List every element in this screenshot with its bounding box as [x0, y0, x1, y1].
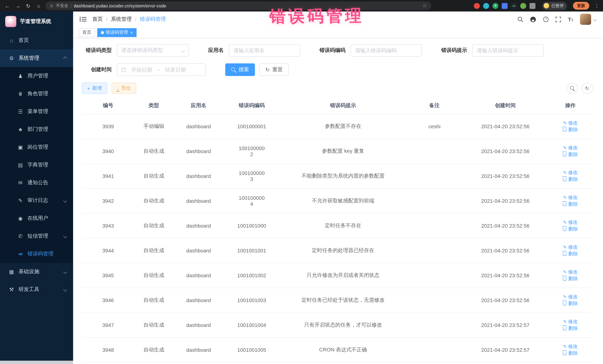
edit-link[interactable]: ✎ 修改	[563, 220, 578, 225]
edit-link[interactable]: ✎ 修改	[563, 294, 578, 299]
extension-v-icon[interactable]: V	[492, 3, 498, 9]
collapse-sidebar-icon[interactable]	[80, 16, 86, 22]
app-name-input[interactable]	[233, 47, 296, 53]
bookmark-star-icon[interactable]: ☆	[422, 3, 427, 9]
help-icon[interactable]: ?	[543, 16, 549, 22]
breadcrumb-system[interactable]: 系统管理	[111, 16, 132, 22]
sidebar-item-error-code-management[interactable]: </> 错误码管理	[0, 245, 73, 263]
user-menu[interactable]	[580, 14, 596, 25]
delete-link[interactable]: 删除	[563, 276, 578, 281]
extension-grid-icon[interactable]	[502, 3, 508, 9]
edit-link[interactable]: ✎ 修改	[563, 170, 578, 175]
search-button[interactable]: 搜索	[225, 63, 255, 76]
forward-icon[interactable]: →	[14, 3, 22, 9]
edit-link[interactable]: ✎ 修改	[563, 244, 578, 250]
sidebar-item-department-management[interactable]: ♣ 部门管理	[0, 121, 73, 138]
sidebar-item-home[interactable]: ⌂ 首页	[0, 32, 73, 49]
delete-link[interactable]: 删除	[563, 226, 578, 232]
column-header-id: 编号	[82, 98, 134, 114]
back-icon[interactable]: ←	[4, 3, 11, 9]
delete-icon	[563, 128, 566, 132]
error-code-table: 编号 类型 应用名 错误码编码 错误码提示 备注 创建时间 操作	[82, 98, 593, 363]
reload-icon[interactable]: ↻	[24, 3, 32, 9]
browser-home-icon[interactable]: ⌂	[35, 3, 42, 9]
error-type-select[interactable]: 请选择错误码类型	[117, 44, 189, 57]
delete-link[interactable]: 删除	[563, 301, 578, 306]
error-hint-input[interactable]	[477, 47, 539, 53]
delete-link[interactable]: 删除	[563, 152, 578, 157]
edit-link[interactable]: ✎ 修改	[563, 145, 578, 151]
extensions-puzzle-icon[interactable]	[530, 3, 535, 9]
sidebar-item-online-users[interactable]: ◉ 在线用户	[0, 210, 73, 227]
delete-link-label: 删除	[568, 201, 578, 207]
close-icon[interactable]: ×	[130, 30, 133, 35]
github-icon[interactable]	[530, 16, 536, 22]
sidebar-item-role-management[interactable]: ♛ 角色管理	[0, 85, 73, 103]
page-content: 错误码类型 请选择错误码类型 应用名 错误码编码	[73, 38, 603, 364]
extension-red-icon[interactable]	[474, 3, 480, 9]
error-code-input[interactable]	[355, 47, 417, 53]
sidebar-item-system-management[interactable]: ⚙ 系统管理	[0, 49, 73, 67]
end-date-input[interactable]	[162, 67, 189, 73]
sidebar-item-audit-log[interactable]: ✎ 审计日志	[0, 192, 73, 210]
toggle-search-button[interactable]	[567, 83, 578, 94]
sidebar-scrollbar[interactable]	[0, 361, 73, 364]
sidebar-item-infrastructure[interactable]: ▦ 基础设施	[0, 263, 73, 281]
reset-button[interactable]: ↻ 重置	[259, 63, 289, 76]
sidebar-item-label: 用户管理	[27, 73, 48, 79]
tab-error-code-management[interactable]: 错误码管理 ×	[97, 28, 137, 37]
sidebar-item-dictionary-management[interactable]: ▤ 字典管理	[0, 156, 73, 174]
cell-app: dashboard	[173, 164, 224, 188]
extension-proxy-icon[interactable]: on	[511, 3, 517, 9]
edit-link[interactable]: ✎ 修改	[563, 195, 578, 200]
sidebar-item-sms-management[interactable]: ✆ 短信管理	[0, 227, 73, 245]
delete-link[interactable]: 删除	[563, 127, 578, 132]
cell-id: 3940	[82, 139, 134, 164]
column-header-actions: 操作	[548, 98, 593, 114]
logo-row[interactable]: 芋道管理系统	[0, 11, 73, 32]
cell-actions: ✎ 修改 删除	[548, 188, 593, 213]
sidebar: 芋道管理系统 ⌂ 首页 ⚙ 系统管理 ♟ 用户管理	[0, 11, 73, 364]
extension-teal-icon[interactable]	[483, 3, 489, 9]
breadcrumb-home[interactable]: 首页	[93, 16, 103, 22]
download-icon: ↓	[117, 86, 119, 90]
edit-link[interactable]: ✎ 修改	[563, 344, 578, 349]
delete-link[interactable]: 删除	[563, 176, 578, 182]
cell-remark	[406, 313, 463, 338]
delete-link[interactable]: 删除	[563, 201, 578, 207]
sidebar-item-user-management[interactable]: ♟ 用户管理	[0, 67, 73, 85]
edit-link[interactable]: ✎ 修改	[563, 269, 578, 275]
delete-link[interactable]: 删除	[563, 251, 578, 256]
date-range-picker[interactable]: -	[117, 63, 206, 76]
start-date-input[interactable]	[128, 67, 155, 73]
search-icon	[231, 67, 236, 72]
fullscreen-icon[interactable]	[556, 16, 561, 22]
add-button[interactable]: + 新增	[82, 83, 107, 94]
cell-app: dashboard	[173, 114, 224, 139]
sidebar-item-post-management[interactable]: ▣ 岗位管理	[0, 138, 73, 156]
table-corner-tools: ↻	[567, 83, 593, 94]
sidebar-item-notice-announcement[interactable]: ✉ 通知公告	[0, 174, 73, 192]
profile-chip[interactable]: 已暂停	[542, 2, 567, 10]
tab-home[interactable]: 首页	[79, 28, 95, 37]
export-button[interactable]: ↓ 导出	[112, 83, 136, 94]
delete-link[interactable]: 删除	[563, 325, 578, 331]
search-icon[interactable]	[517, 16, 523, 22]
address-bar[interactable]: ⚠ 不安全 dashboard.yudao.iocoder.cn/system/…	[45, 1, 431, 10]
cell-app: dashboard	[173, 288, 224, 313]
edit-link[interactable]: ✎ 修改	[563, 120, 578, 126]
extension-leaf-icon[interactable]	[520, 3, 526, 9]
refresh-table-button[interactable]: ↻	[581, 83, 593, 94]
browser-menu-icon[interactable]: ⋮	[594, 3, 599, 9]
search-icon	[570, 86, 575, 91]
sidebar-item-dev-tools[interactable]: ⚒ 研发工具	[0, 281, 73, 298]
font-size-icon[interactable]: TT	[568, 16, 573, 22]
sidebar-item-menu-management[interactable]: ☰ 菜单管理	[0, 103, 73, 121]
cell-type: 自动生成	[134, 213, 173, 238]
cell-created: 2021-04-20 23:52:57	[462, 338, 548, 362]
browser-update-button[interactable]: 更新	[573, 2, 589, 10]
calendar-icon	[121, 68, 126, 72]
edit-link[interactable]: ✎ 修改	[563, 319, 578, 324]
filter-row-2: 创建时间 - 搜索 ↻ 重置	[82, 63, 593, 76]
delete-link[interactable]: 删除	[563, 350, 578, 356]
